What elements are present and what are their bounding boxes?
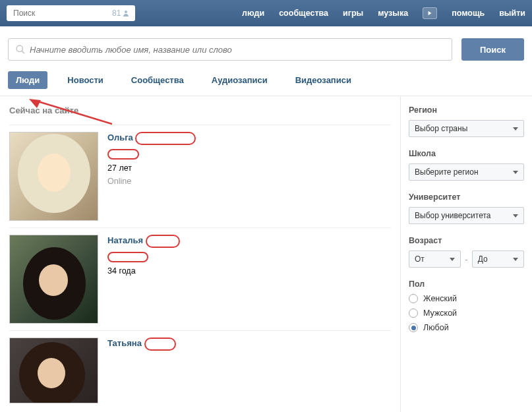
nav-help[interactable]: помощь bbox=[452, 9, 485, 18]
dropdown-value: Выбор страны bbox=[415, 124, 467, 133]
result-name-link[interactable]: Татьяна bbox=[107, 338, 142, 348]
region-dropdown[interactable]: Выбор страны bbox=[409, 120, 524, 137]
gender-any-radio[interactable]: Любой bbox=[409, 323, 524, 332]
redaction-annotation bbox=[107, 252, 148, 262]
redaction-annotation bbox=[144, 338, 176, 351]
chevron-down-icon bbox=[513, 127, 518, 131]
avatar[interactable] bbox=[9, 132, 98, 221]
filter-age: Возраст От - До bbox=[409, 236, 524, 268]
nav-links: люди сообщества игры музыка помощь выйти bbox=[242, 7, 525, 19]
school-dropdown[interactable]: Выберите регион bbox=[409, 163, 524, 181]
svg-point-2 bbox=[125, 11, 127, 13]
svg-line-4 bbox=[22, 51, 24, 53]
section-title: Сейчас на сайте bbox=[9, 105, 391, 115]
radio-label: Любой bbox=[423, 323, 449, 332]
result-info: Татьяна bbox=[107, 338, 176, 403]
dropdown-value: Выбор университета bbox=[415, 211, 490, 220]
gender-male-radio[interactable]: Мужской bbox=[409, 309, 524, 318]
tab-news[interactable]: Новости bbox=[59, 71, 111, 89]
main-search-input[interactable] bbox=[30, 45, 445, 55]
top-search-box[interactable]: 81 bbox=[7, 5, 135, 21]
age-from-dropdown[interactable]: От bbox=[409, 250, 461, 268]
nav-music[interactable]: музыка bbox=[378, 9, 408, 18]
gender-female-radio[interactable]: Женский bbox=[409, 294, 524, 303]
redaction-annotation bbox=[146, 235, 180, 248]
search-area: Поиск bbox=[0, 26, 532, 67]
result-name-link[interactable]: Ольга bbox=[107, 132, 133, 142]
filter-label: Университет bbox=[409, 192, 524, 202]
play-button[interactable] bbox=[423, 7, 437, 19]
radio-label: Женский bbox=[423, 294, 457, 303]
tab-video[interactable]: Видеозаписи bbox=[287, 71, 359, 89]
filter-university: Университет Выбор университета bbox=[409, 192, 524, 224]
filter-school: Школа Выберите регион bbox=[409, 149, 524, 181]
result-name-link[interactable]: Наталья bbox=[107, 235, 143, 245]
age-to-dropdown[interactable]: До bbox=[472, 250, 524, 268]
nav-people[interactable]: люди bbox=[242, 9, 264, 18]
university-dropdown[interactable]: Выбор университета bbox=[409, 207, 524, 224]
friend-count: 81 bbox=[112, 9, 130, 18]
radio-icon bbox=[409, 294, 418, 303]
svg-point-3 bbox=[16, 45, 22, 51]
search-result: Татьяна bbox=[9, 330, 391, 410]
nav-communities[interactable]: сообщества bbox=[279, 9, 328, 18]
result-status: Online bbox=[107, 177, 196, 186]
chevron-down-icon bbox=[450, 258, 455, 261]
result-age: 27 лет bbox=[107, 163, 196, 173]
friend-count-value: 81 bbox=[112, 9, 121, 18]
dropdown-value: От bbox=[415, 254, 425, 264]
tab-audio[interactable]: Аудиозаписи bbox=[204, 71, 276, 89]
age-dash: - bbox=[465, 254, 467, 264]
chevron-down-icon bbox=[513, 214, 518, 218]
result-info: Ольга 27 лет Online bbox=[107, 132, 196, 221]
top-nav: 81 люди сообщества игры музыка помощь вы… bbox=[0, 0, 532, 26]
dropdown-value: Выберите регион bbox=[415, 167, 479, 177]
radio-icon bbox=[409, 323, 418, 332]
filter-label: Пол bbox=[409, 280, 524, 289]
filters-sidebar: Регион Выбор страны Школа Выберите регио… bbox=[400, 96, 532, 412]
avatar[interactable] bbox=[9, 338, 98, 403]
radio-label: Мужской bbox=[423, 309, 457, 318]
nav-games[interactable]: игры bbox=[343, 9, 363, 18]
redaction-annotation bbox=[135, 132, 196, 145]
search-result: Ольга 27 лет Online bbox=[9, 125, 391, 227]
search-tabs: Люди Новости Сообщества Аудиозаписи Виде… bbox=[0, 67, 532, 96]
main-layout: Сейчас на сайте Ольга 27 лет Online bbox=[0, 96, 532, 412]
chevron-down-icon bbox=[513, 258, 518, 261]
filter-label: Возраст bbox=[409, 236, 524, 245]
search-icon bbox=[15, 44, 26, 55]
person-icon bbox=[122, 9, 130, 17]
search-result: Наталья 34 года bbox=[9, 227, 391, 330]
play-icon bbox=[427, 11, 432, 16]
filter-label: Регион bbox=[409, 105, 524, 115]
search-button[interactable]: Поиск bbox=[461, 38, 524, 61]
filter-region: Регион Выбор страны bbox=[409, 105, 524, 137]
radio-icon bbox=[409, 309, 418, 318]
results-content: Сейчас на сайте Ольга 27 лет Online bbox=[0, 96, 400, 412]
avatar[interactable] bbox=[9, 235, 98, 324]
nav-logout[interactable]: выйти bbox=[499, 9, 525, 18]
top-search-input[interactable] bbox=[13, 9, 112, 18]
result-age: 34 года bbox=[107, 266, 180, 276]
filter-gender: Пол Женский Мужской Любой bbox=[409, 280, 524, 332]
main-search-box[interactable] bbox=[8, 38, 452, 61]
result-info: Наталья 34 года bbox=[107, 235, 180, 324]
redaction-annotation bbox=[107, 149, 139, 160]
dropdown-value: До bbox=[478, 254, 488, 264]
tab-people[interactable]: Люди bbox=[8, 71, 47, 89]
tab-communities[interactable]: Сообщества bbox=[123, 71, 192, 89]
chevron-down-icon bbox=[513, 171, 518, 174]
filter-label: Школа bbox=[409, 149, 524, 158]
